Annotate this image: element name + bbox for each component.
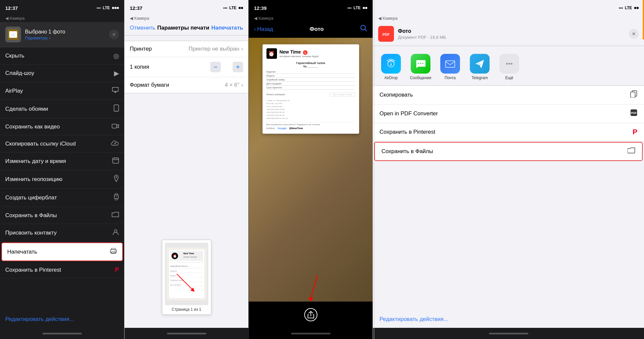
- menu-label-date-time: Изменить дату и время: [5, 158, 66, 165]
- mail-label: Почта: [445, 76, 455, 80]
- telegram-icon: [470, 54, 490, 74]
- share-app-more[interactable]: Ещё: [498, 54, 521, 80]
- menu-label-slideshow: Слайд-шоу: [5, 70, 34, 77]
- share-app-mail[interactable]: Почта: [439, 54, 462, 80]
- svg-text:New Time: New Time: [183, 252, 194, 255]
- menu-item-slideshow[interactable]: Слайд-шоу ▶: [0, 65, 124, 82]
- back-label: Назад: [257, 26, 273, 33]
- save-files-icon: [628, 147, 635, 156]
- pdf-converter-label: Open in PDF Converter: [380, 110, 438, 117]
- watch-icon: [114, 193, 119, 202]
- pdf-close-button[interactable]: ✕: [629, 29, 639, 39]
- home-bar-1: [42, 333, 82, 334]
- badge: 1: [303, 50, 308, 55]
- svg-text:Модель:: Модель:: [170, 275, 176, 277]
- share-button[interactable]: [304, 308, 317, 321]
- action-pdf-converter[interactable]: Open in PDF Converter PDF: [373, 104, 644, 123]
- pinterest-icon: P: [115, 266, 119, 273]
- svg-text:⏰: ⏰: [173, 254, 177, 258]
- pdf-title-block: Фото Документ PDF · 19,8 МБ: [398, 28, 625, 40]
- doc-warranty-title: Гарантийный талон№_______: [266, 61, 355, 68]
- menu-item-date-time[interactable]: Изменить дату и время: [0, 152, 124, 170]
- menu-label-print: Напечатать: [7, 249, 37, 255]
- doc-header: ⏰ New Time 1 интернет-магазин техники Ap…: [266, 48, 355, 59]
- printer-value: Принтер не выбран ›: [189, 46, 243, 52]
- svg-rect-31: [170, 273, 203, 273]
- share-app-messages[interactable]: Сообщения: [409, 54, 432, 80]
- svg-point-45: [390, 64, 392, 66]
- search-button[interactable]: [360, 25, 367, 34]
- action-copy[interactable]: Скопировать: [373, 85, 644, 104]
- photo-background: ⏰ New Time 1 интернет-магазин техники Ap…: [249, 38, 373, 302]
- menu-item-watchface[interactable]: Создать циферблат: [0, 189, 124, 207]
- menu-list: Скрыть ◎ Слайд-шоу ▶ AirPlay Сделать обо…: [0, 47, 124, 311]
- more-apps-icon: [499, 54, 519, 74]
- svg-marker-42: [308, 298, 313, 302]
- menu-item-hide[interactable]: Скрыть ◎: [0, 47, 124, 65]
- cancel-button[interactable]: Отменить: [130, 25, 155, 31]
- menu-item-airplay[interactable]: AirPlay: [0, 82, 124, 100]
- menu-item-save-files[interactable]: Сохранить в Файлы: [0, 207, 124, 224]
- camera-label-1: ◀ Камера: [0, 14, 124, 22]
- doc-subtitle: интернет-магазин техники Apple: [279, 55, 355, 58]
- svg-rect-29: [170, 268, 203, 268]
- doc-footer: Вам понравилась наша работа? Поддержите …: [266, 122, 355, 125]
- printer-row[interactable]: Принтер Принтер не выбран ›: [125, 41, 248, 57]
- share-app-telegram[interactable]: Telegram: [468, 54, 491, 80]
- share-header: 📄 Выбрано 1 фото Параметры › ✕: [0, 22, 124, 47]
- action-save-files[interactable]: Сохранить в Файлы: [374, 142, 643, 161]
- share-subtitle: Параметры ›: [25, 35, 105, 40]
- menu-label-assign-contact: Присвоить контакту: [5, 230, 57, 236]
- svg-point-52: [509, 63, 510, 65]
- more-label: Ещё: [505, 76, 514, 80]
- copies-stepper: − +: [210, 62, 243, 72]
- home-indicator-1: [0, 328, 124, 339]
- print-nav-bar: Отменить Параметры печати Напечатать: [125, 22, 248, 35]
- edit-actions-1[interactable]: Редактировать действия...: [0, 311, 124, 328]
- menu-item-assign-contact[interactable]: Присвоить контакту: [0, 224, 124, 242]
- menu-item-icloud[interactable]: Скопировать ссылку iCloud: [0, 135, 124, 152]
- paper-size-row[interactable]: Формат бумаги 4 × 6" ›: [125, 77, 248, 93]
- action-pinterest[interactable]: Сохранить в Pinterest P: [373, 123, 644, 141]
- copy-icon: [630, 90, 637, 100]
- svg-text:PDF: PDF: [382, 33, 390, 36]
- edit-actions-2[interactable]: Редактировать действия...: [373, 311, 644, 328]
- menu-label-location: Изменить геопозицию: [5, 176, 62, 183]
- photo-nav-title: Фото: [310, 26, 324, 33]
- share-title-block: Выбрано 1 фото Параметры ›: [25, 29, 105, 40]
- share-apps-row: AirDrop Сообщения Почта: [373, 46, 644, 85]
- doc-field-model: Модель:: [266, 74, 355, 78]
- svg-point-47: [418, 63, 419, 64]
- svg-point-51: [506, 63, 508, 65]
- close-button[interactable]: ✕: [109, 30, 119, 39]
- action-list: Скопировать Open in PDF Converter PDF Со…: [373, 85, 644, 311]
- menu-item-pinterest[interactable]: Сохранить в Pinterest P: [0, 262, 124, 278]
- print-settings-section: Принтер Принтер не выбран › 1 копия − + …: [125, 41, 248, 93]
- menu-item-location[interactable]: Изменить геопозицию: [0, 170, 124, 189]
- svg-point-16: [114, 230, 117, 232]
- phone-icon: [114, 104, 119, 113]
- menu-item-wallpaper[interactable]: Сделать обоями: [0, 100, 124, 118]
- camera-label-4: ◀ Камера: [373, 14, 644, 22]
- play-icon: ▶: [114, 69, 119, 77]
- back-button[interactable]: ‹ Назад: [254, 26, 273, 33]
- airdrop-icon: [381, 54, 401, 74]
- share-app-airdrop[interactable]: AirDrop: [380, 54, 402, 80]
- signal-icon: ▪▪▪: [97, 6, 101, 10]
- paper-size-value: 4 × 6" ›: [225, 82, 243, 88]
- print-action-button[interactable]: Напечатать: [211, 25, 243, 31]
- svg-point-10: [116, 176, 117, 178]
- airplay-icon: [112, 87, 119, 95]
- copies-increase-button[interactable]: +: [233, 62, 243, 72]
- menu-item-print[interactable]: Напечатать: [1, 242, 123, 261]
- pdf-header: PDF Фото Документ PDF · 19,8 МБ ✕: [373, 22, 644, 46]
- print-settings-panel: 12:37 ▪▪▪ LTE ■■ ◀ Камера Отменить Парам…: [124, 0, 248, 339]
- svg-point-53: [511, 63, 513, 65]
- share-title: Выбрано 1 фото: [25, 29, 105, 35]
- copies-decrease-button[interactable]: −: [210, 62, 221, 72]
- mail-icon: [440, 54, 460, 74]
- svg-line-41: [311, 275, 317, 298]
- pdf-name: Фото: [398, 28, 625, 34]
- photo-main: ⏰ New Time 1 интернет-магазин техники Ap…: [249, 38, 373, 302]
- menu-item-save-video[interactable]: Сохранить как видео: [0, 118, 124, 135]
